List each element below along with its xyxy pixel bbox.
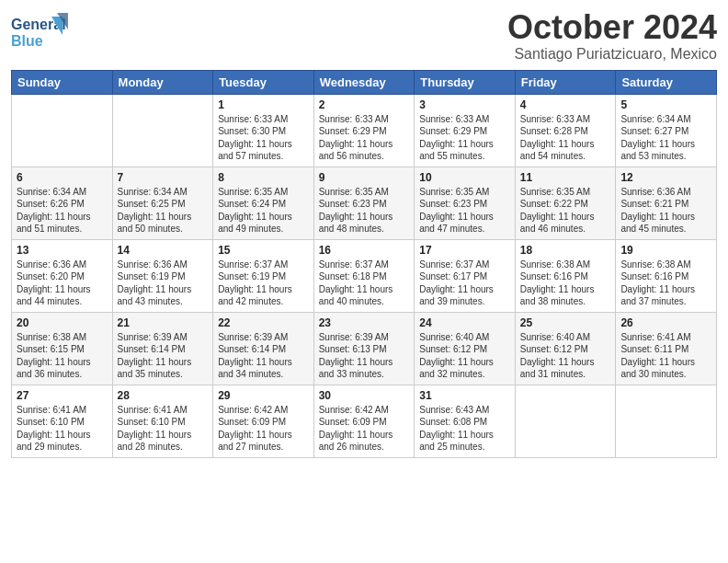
day-number: 6 (17, 171, 108, 184)
calendar-table: SundayMondayTuesdayWednesdayThursdayFrid… (11, 70, 717, 458)
day-info: Sunrise: 6:33 AMSunset: 6:29 PMDaylight:… (419, 113, 510, 163)
day-number: 23 (319, 316, 410, 329)
day-info: Sunrise: 6:38 AMSunset: 6:16 PMDaylight:… (520, 259, 611, 308)
month-title: October 2024 (507, 9, 717, 46)
calendar-cell: 11Sunrise: 6:35 AMSunset: 6:22 PMDayligh… (515, 167, 616, 239)
calendar-cell: 10Sunrise: 6:35 AMSunset: 6:23 PMDayligh… (415, 167, 516, 239)
calendar-cell: 19Sunrise: 6:38 AMSunset: 6:16 PMDayligh… (616, 239, 717, 312)
calendar-week-row: 13Sunrise: 6:36 AMSunset: 6:20 PMDayligh… (12, 239, 717, 312)
day-info: Sunrise: 6:40 AMSunset: 6:12 PMDaylight:… (520, 331, 611, 381)
day-info: Sunrise: 6:33 AMSunset: 6:29 PMDaylight:… (319, 113, 410, 163)
day-info: Sunrise: 6:35 AMSunset: 6:22 PMDaylight:… (520, 186, 611, 236)
calendar-cell: 20Sunrise: 6:38 AMSunset: 6:15 PMDayligh… (12, 312, 113, 385)
day-number: 2 (319, 98, 410, 111)
day-info: Sunrise: 6:37 AMSunset: 6:18 PMDaylight:… (319, 259, 410, 308)
day-info: Sunrise: 6:38 AMSunset: 6:15 PMDaylight:… (17, 331, 108, 381)
calendar-header-tuesday: Tuesday (213, 70, 314, 94)
day-number: 24 (419, 316, 510, 329)
day-number: 5 (620, 98, 711, 111)
day-info: Sunrise: 6:40 AMSunset: 6:12 PMDaylight:… (419, 331, 510, 381)
calendar-header-monday: Monday (112, 70, 213, 94)
calendar-cell: 7Sunrise: 6:34 AMSunset: 6:25 PMDaylight… (112, 167, 213, 239)
calendar-header-thursday: Thursday (415, 70, 516, 94)
calendar-cell (515, 385, 616, 457)
day-number: 16 (319, 244, 410, 257)
calendar-cell: 17Sunrise: 6:37 AMSunset: 6:17 PMDayligh… (415, 239, 516, 312)
calendar-cell: 21Sunrise: 6:39 AMSunset: 6:14 PMDayligh… (112, 312, 213, 385)
day-number: 8 (218, 171, 309, 184)
day-info: Sunrise: 6:38 AMSunset: 6:16 PMDaylight:… (620, 259, 711, 308)
location-subtitle: Santiago Puriatzicuaro, Mexico (507, 46, 717, 63)
calendar-cell: 28Sunrise: 6:41 AMSunset: 6:10 PMDayligh… (112, 385, 213, 457)
day-number: 9 (319, 171, 410, 184)
calendar-cell (112, 94, 213, 167)
calendar-cell: 5Sunrise: 6:34 AMSunset: 6:27 PMDaylight… (616, 94, 717, 167)
calendar-cell (616, 385, 717, 457)
logo: General Blue (11, 9, 75, 59)
day-number: 15 (218, 244, 309, 257)
day-number: 19 (620, 244, 711, 257)
calendar-cell (12, 94, 113, 167)
day-number: 13 (17, 244, 108, 257)
calendar-cell: 22Sunrise: 6:39 AMSunset: 6:14 PMDayligh… (213, 312, 314, 385)
day-info: Sunrise: 6:34 AMSunset: 6:25 PMDaylight:… (118, 186, 209, 236)
day-info: Sunrise: 6:42 AMSunset: 6:09 PMDaylight:… (319, 404, 410, 454)
calendar-cell: 6Sunrise: 6:34 AMSunset: 6:26 PMDaylight… (12, 167, 113, 239)
calendar-cell: 13Sunrise: 6:36 AMSunset: 6:20 PMDayligh… (12, 239, 113, 312)
day-number: 18 (520, 244, 611, 257)
calendar-cell: 12Sunrise: 6:36 AMSunset: 6:21 PMDayligh… (616, 167, 717, 239)
calendar-cell: 24Sunrise: 6:40 AMSunset: 6:12 PMDayligh… (415, 312, 516, 385)
day-info: Sunrise: 6:35 AMSunset: 6:24 PMDaylight:… (218, 186, 309, 236)
day-info: Sunrise: 6:39 AMSunset: 6:13 PMDaylight:… (319, 331, 410, 381)
calendar-cell: 30Sunrise: 6:42 AMSunset: 6:09 PMDayligh… (313, 385, 415, 457)
day-number: 20 (17, 316, 108, 329)
day-number: 17 (419, 244, 510, 257)
calendar-header-friday: Friday (515, 70, 616, 94)
calendar-week-row: 6Sunrise: 6:34 AMSunset: 6:26 PMDaylight… (12, 167, 717, 239)
calendar-cell: 4Sunrise: 6:33 AMSunset: 6:28 PMDaylight… (515, 94, 616, 167)
logo-svg: General Blue (11, 9, 75, 59)
page: General Blue October 2024 Santiago Puria… (0, 0, 728, 563)
day-info: Sunrise: 6:37 AMSunset: 6:17 PMDaylight:… (419, 259, 510, 308)
day-number: 12 (620, 171, 711, 184)
day-number: 4 (520, 98, 611, 111)
calendar-cell: 31Sunrise: 6:43 AMSunset: 6:08 PMDayligh… (415, 385, 516, 457)
header: General Blue October 2024 Santiago Puria… (11, 9, 717, 63)
day-number: 25 (520, 316, 611, 329)
day-info: Sunrise: 6:36 AMSunset: 6:21 PMDaylight:… (620, 186, 711, 236)
day-number: 10 (419, 171, 510, 184)
calendar-cell: 2Sunrise: 6:33 AMSunset: 6:29 PMDaylight… (313, 94, 415, 167)
day-number: 11 (520, 171, 611, 184)
day-number: 1 (218, 98, 309, 111)
day-number: 14 (118, 244, 209, 257)
day-info: Sunrise: 6:36 AMSunset: 6:19 PMDaylight:… (118, 259, 209, 308)
day-info: Sunrise: 6:42 AMSunset: 6:09 PMDaylight:… (218, 404, 309, 454)
calendar-cell: 26Sunrise: 6:41 AMSunset: 6:11 PMDayligh… (616, 312, 717, 385)
calendar-cell: 16Sunrise: 6:37 AMSunset: 6:18 PMDayligh… (313, 239, 415, 312)
calendar-header-row: SundayMondayTuesdayWednesdayThursdayFrid… (12, 70, 717, 94)
calendar-header-sunday: Sunday (12, 70, 113, 94)
day-info: Sunrise: 6:35 AMSunset: 6:23 PMDaylight:… (419, 186, 510, 236)
day-info: Sunrise: 6:33 AMSunset: 6:30 PMDaylight:… (218, 113, 309, 163)
day-number: 22 (218, 316, 309, 329)
day-info: Sunrise: 6:41 AMSunset: 6:10 PMDaylight:… (17, 404, 108, 454)
calendar-week-row: 27Sunrise: 6:41 AMSunset: 6:10 PMDayligh… (12, 385, 717, 457)
day-info: Sunrise: 6:41 AMSunset: 6:10 PMDaylight:… (118, 404, 209, 454)
day-number: 3 (419, 98, 510, 111)
day-number: 28 (118, 389, 209, 402)
day-number: 31 (419, 389, 510, 402)
calendar-week-row: 1Sunrise: 6:33 AMSunset: 6:30 PMDaylight… (12, 94, 717, 167)
day-info: Sunrise: 6:39 AMSunset: 6:14 PMDaylight:… (218, 331, 309, 381)
calendar-header-wednesday: Wednesday (313, 70, 415, 94)
day-info: Sunrise: 6:43 AMSunset: 6:08 PMDaylight:… (419, 404, 510, 454)
day-number: 29 (218, 389, 309, 402)
calendar-cell: 27Sunrise: 6:41 AMSunset: 6:10 PMDayligh… (12, 385, 113, 457)
calendar-cell: 1Sunrise: 6:33 AMSunset: 6:30 PMDaylight… (213, 94, 314, 167)
calendar-header-saturday: Saturday (616, 70, 717, 94)
calendar-cell: 14Sunrise: 6:36 AMSunset: 6:19 PMDayligh… (112, 239, 213, 312)
calendar-cell: 3Sunrise: 6:33 AMSunset: 6:29 PMDaylight… (415, 94, 516, 167)
calendar-cell: 18Sunrise: 6:38 AMSunset: 6:16 PMDayligh… (515, 239, 616, 312)
day-info: Sunrise: 6:34 AMSunset: 6:27 PMDaylight:… (620, 113, 711, 163)
day-number: 27 (17, 389, 108, 402)
day-info: Sunrise: 6:37 AMSunset: 6:19 PMDaylight:… (218, 259, 309, 308)
